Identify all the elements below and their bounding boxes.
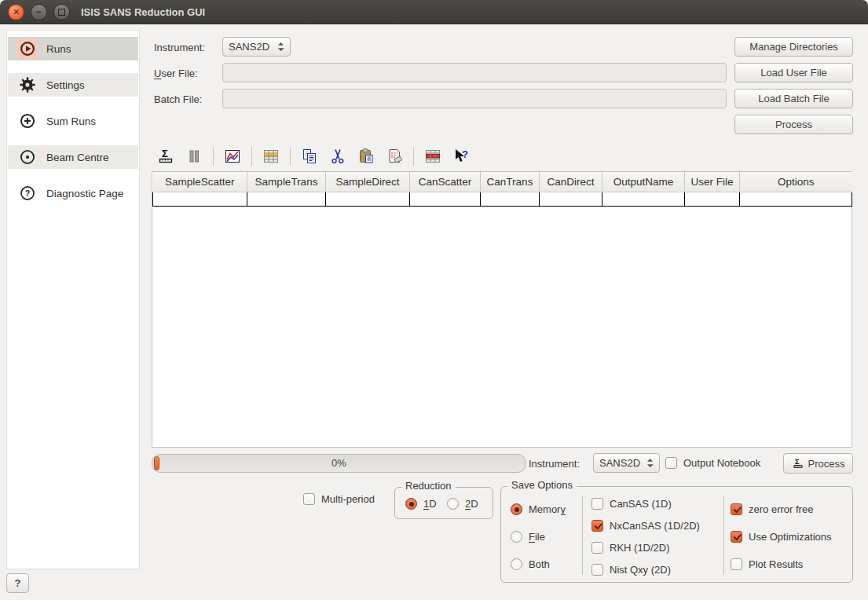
separator (723, 496, 724, 575)
table-cell[interactable] (153, 192, 247, 207)
batch-file-input[interactable] (222, 89, 727, 108)
sidebar-item-label: Sum Runs (46, 115, 96, 127)
radio-icon[interactable] (511, 558, 522, 570)
checkbox-icon[interactable] (303, 493, 315, 505)
copy-icon[interactable] (300, 147, 319, 166)
plot-results-checkbox[interactable]: Plot Results (731, 558, 803, 570)
help-button[interactable]: ? (6, 573, 29, 593)
nist-qxy-checkbox[interactable]: Nist Qxy (2D) (591, 564, 671, 576)
sidebar-item-settings[interactable]: Settings (8, 73, 138, 97)
save-memory-radio[interactable]: Memory (511, 503, 566, 515)
sidebar-item-runs[interactable]: Runs (8, 37, 138, 60)
column-header[interactable]: SampleScatter (153, 172, 247, 192)
instrument-label: Instrument: (154, 42, 205, 53)
close-button[interactable]: ✕ (8, 4, 24, 20)
spinner-arrows-icon[interactable] (277, 42, 284, 52)
column-header[interactable]: User File (685, 172, 740, 192)
checkbox-icon[interactable] (591, 520, 603, 532)
radio-icon[interactable] (405, 498, 417, 510)
save-file-radio[interactable]: File (511, 531, 545, 543)
table-cell[interactable] (540, 192, 602, 207)
toolbar-separator (213, 147, 214, 166)
output-notebook-label: Output Notebook (683, 457, 760, 469)
column-header[interactable]: CanTrans (481, 172, 540, 192)
user-file-label: User File: (154, 68, 198, 79)
insert-row-icon[interactable] (262, 147, 280, 166)
checkbox-icon[interactable] (665, 457, 677, 469)
checkbox-icon[interactable] (591, 498, 603, 510)
pause-icon[interactable] (185, 147, 203, 166)
column-header[interactable]: CanDirect (540, 172, 602, 192)
cansas-checkbox[interactable]: CanSAS (1D) (591, 498, 672, 510)
radio-icon[interactable] (447, 498, 459, 510)
use-optimizations-checkbox[interactable]: Use Optimizations (731, 531, 831, 543)
table-row (153, 192, 852, 207)
erase-icon[interactable] (385, 147, 404, 166)
load-batch-file-button[interactable]: Load Batch File (734, 89, 853, 108)
manage-directories-button[interactable]: Manage Directories (734, 37, 853, 57)
sidebar-item-sum-runs[interactable]: Sum Runs (8, 109, 138, 133)
column-header[interactable]: Options (740, 172, 852, 192)
table-cell[interactable] (410, 192, 481, 207)
footer-instrument-select[interactable]: SANS2D (593, 453, 660, 473)
sidebar-item-label: Diagnostic Page (46, 188, 123, 199)
footer-process-button[interactable]: Σ Process (783, 453, 853, 474)
spinner-arrows-icon[interactable] (646, 458, 654, 468)
plot-results-label: Plot Results (749, 558, 803, 570)
sidebar-item-beam-centre[interactable]: Beam Centre (8, 145, 138, 169)
output-notebook-checkbox[interactable]: Output Notebook (665, 457, 760, 469)
play-circle-icon (17, 38, 38, 59)
reduction-2d-radio[interactable]: 2D (447, 498, 478, 510)
radio-icon[interactable] (511, 503, 522, 515)
checkbox-icon[interactable] (731, 503, 742, 515)
nxcansas-checkbox[interactable]: NxCanSAS (1D/2D) (591, 520, 700, 532)
app-window: ✕ − ISIS SANS Reduction GUI Runs (0, 0, 868, 600)
checkbox-icon[interactable] (731, 558, 742, 570)
save-both-label: Both (529, 558, 550, 570)
progress-text: 0% (152, 457, 526, 469)
multi-period-checkbox[interactable]: Multi-period (303, 493, 375, 505)
process-button[interactable]: Process (734, 115, 853, 134)
cut-icon[interactable] (328, 147, 347, 166)
save-options-groupbox: Save Options Memory File Both CanSAS (1D… (500, 486, 853, 583)
load-user-file-button[interactable]: Load User File (734, 63, 853, 82)
batch-file-label: Batch File: (154, 93, 202, 105)
sum-icon[interactable]: Σ (156, 147, 175, 166)
sidebar-item-diagnostic-page[interactable]: ? Diagnostic Page (8, 181, 138, 205)
table-cell[interactable] (740, 192, 852, 207)
whats-this-icon[interactable]: ? (452, 147, 471, 166)
user-file-input[interactable] (222, 63, 727, 82)
instrument-value: SANS2D (229, 41, 269, 53)
minimize-button[interactable]: − (31, 4, 47, 20)
separator (582, 496, 583, 575)
column-header[interactable]: OutputName (602, 172, 685, 192)
svg-text:?: ? (462, 148, 468, 160)
radio-icon[interactable] (511, 531, 522, 543)
column-header[interactable]: SampleDirect (326, 172, 410, 192)
checkbox-icon[interactable] (731, 531, 742, 543)
table-cell[interactable] (326, 192, 410, 207)
table-cell[interactable] (247, 192, 326, 207)
maximize-button[interactable] (53, 4, 70, 20)
table-cell[interactable] (481, 192, 540, 207)
zero-error-free-checkbox[interactable]: zero error free (731, 503, 813, 515)
column-header[interactable]: SampleTrans (247, 172, 326, 192)
table-cell[interactable] (685, 192, 740, 207)
column-header[interactable]: CanScatter (410, 172, 481, 192)
paste-icon[interactable] (357, 147, 375, 166)
delete-row-icon[interactable] (423, 147, 442, 166)
reduction-1d-radio[interactable]: 1D (405, 498, 437, 510)
checkbox-icon[interactable] (591, 564, 603, 576)
table-toolbar: Σ ? (152, 145, 475, 167)
toolbar-separator (290, 147, 291, 166)
checkbox-icon[interactable] (591, 542, 603, 554)
instrument-select[interactable]: SANS2D (222, 37, 291, 57)
nist-qxy-label: Nist Qxy (2D) (610, 564, 671, 576)
reduction-groupbox: Reduction 1D 2D (394, 487, 493, 519)
save-both-radio[interactable]: Both (511, 558, 550, 570)
table-cell[interactable] (602, 192, 685, 207)
plot-icon[interactable] (223, 147, 242, 166)
rkh-checkbox[interactable]: RKH (1D/2D) (591, 542, 670, 554)
progress-bar: 0% (152, 454, 526, 473)
zero-error-free-label: zero error free (749, 503, 813, 515)
